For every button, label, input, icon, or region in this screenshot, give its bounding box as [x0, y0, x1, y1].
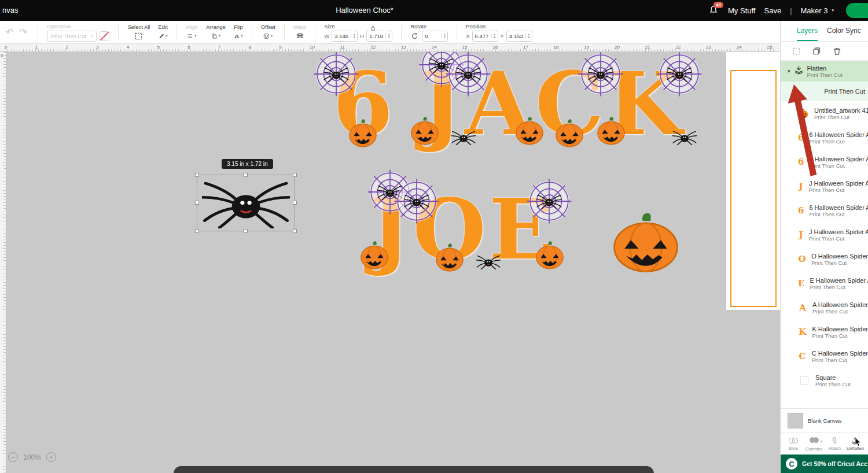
layer-row[interactable]: EE Halloween Spider APrint Then Cut [781, 271, 868, 295]
resize-handle[interactable] [293, 201, 297, 205]
web-decoration-icon [393, 178, 440, 224]
layer-row[interactable]: 66 Halloween Spider APrint Then Cut [781, 198, 868, 223]
x-position-input[interactable]: 6.477 [472, 31, 498, 42]
chevron-down-icon: ▾ [91, 34, 93, 38]
ruler-number: 25 [767, 45, 773, 50]
layer-row[interactable]: JJ Halloween Spider APrint Then Cut [781, 223, 868, 247]
layer-row[interactable]: SquarePrint Then Cut [781, 368, 868, 393]
canvas-menu-label[interactable]: nvas [2, 6, 18, 14]
save-link[interactable]: Save [764, 6, 781, 15]
layer-operation: Print Then Cut [812, 357, 868, 363]
size-label: Size [324, 23, 334, 29]
y-position-input[interactable]: 4.153 [506, 31, 532, 42]
art-word-2[interactable]: JOE [370, 190, 556, 269]
my-stuff-link[interactable]: My Stuff [728, 6, 755, 15]
selected-spider-artwork[interactable] [202, 179, 290, 228]
layer-row[interactable]: KK Halloween SpiderPrint Then Cut [781, 320, 868, 344]
notifications-button[interactable]: 46 [709, 5, 719, 16]
zoom-in-button[interactable]: + [46, 452, 56, 462]
layer-row[interactable]: 66 Halloween Spider APrint Then Cut [781, 125, 868, 150]
y-axis-label: Y [501, 33, 504, 39]
pumpkin-artwork[interactable] [606, 212, 685, 273]
canvas-color-swatch[interactable] [788, 413, 803, 428]
resize-handle[interactable] [244, 173, 248, 177]
warp-button[interactable] [295, 31, 304, 40]
select-layers-icon[interactable] [792, 47, 801, 56]
make-it-button[interactable] [846, 3, 868, 18]
align-button[interactable]: ▾ [187, 31, 196, 40]
flatten-child-row[interactable]: Print Then Cut [781, 82, 868, 101]
tab-color-sync[interactable]: Color Sync [827, 21, 861, 41]
offset-button[interactable]: ▾ [263, 31, 273, 40]
machine-selector[interactable]: Maker 3 ▾ [801, 6, 834, 15]
align-icon [187, 32, 193, 40]
layer-row[interactable]: Untitled_artwork 41Print Then Cut [781, 101, 868, 125]
operation-select[interactable]: Print Then Cut ▾ [47, 31, 97, 42]
layer-row[interactable]: AA Halloween SpiderPrint Then Cut [781, 295, 868, 320]
flatten-operation: Print Then Cut [807, 72, 843, 78]
stepper-down-icon[interactable] [442, 36, 447, 39]
layer-thumbnail: J [798, 181, 804, 191]
tab-layers[interactable]: Layers [797, 21, 818, 41]
rotate-icon[interactable] [410, 31, 420, 40]
ruler-number: 20 [615, 45, 620, 50]
layer-operation: Print Then Cut [809, 138, 868, 145]
resize-handle[interactable] [293, 173, 297, 177]
stepper-down-icon[interactable] [351, 36, 357, 39]
ruler-horizontal: 0123456789101112131415161718192021222324… [0, 44, 780, 52]
pumpkin-decoration-icon [433, 243, 466, 272]
resize-handle[interactable] [195, 229, 199, 233]
art-letter-O[interactable]: O [413, 190, 486, 269]
arrange-button[interactable]: ▾ [211, 31, 220, 40]
color-swatch[interactable] [100, 31, 109, 41]
layer-operation: Print Then Cut [811, 260, 868, 266]
zoom-out-button[interactable]: − [8, 452, 18, 462]
art-letter-E[interactable]: E [489, 190, 553, 269]
layer-operation: Print Then Cut [815, 381, 851, 387]
edit-button[interactable]: ▾ [159, 31, 168, 40]
width-input[interactable]: 3.146 [332, 31, 358, 42]
ruler-number: 22 [675, 45, 681, 50]
select-all-button[interactable] [134, 31, 144, 40]
stepper-down-icon[interactable] [526, 36, 532, 39]
undo-button[interactable]: ↶ [6, 27, 13, 38]
layer-name: O Halloween Spider [811, 253, 868, 260]
chevron-down-icon: ▾ [218, 34, 220, 38]
layer-operation: Print Then Cut [812, 308, 868, 315]
video-overlay-shape [174, 466, 654, 473]
combine-button[interactable]: Combine [804, 433, 825, 454]
ruler-number: 6 [187, 45, 190, 50]
ruler-number: 16 [492, 45, 498, 50]
art-letter-6[interactable]: 6 [333, 62, 393, 145]
delete-icon[interactable] [833, 47, 841, 56]
layer-row[interactable]: OO Halloween SpiderPrint Then Cut [781, 247, 868, 271]
project-title: Halloween Choc* [324, 6, 405, 14]
flip-button[interactable]: ▾ [234, 31, 243, 40]
art-word-1[interactable]: 6JACK [333, 62, 686, 145]
resize-handle[interactable] [244, 229, 248, 233]
selection-box[interactable]: 3.15 in x 1.72 in [197, 175, 295, 231]
layer-row[interactable]: CC Halloween SpiderPrint Then Cut [781, 344, 868, 368]
resize-handle[interactable] [195, 173, 199, 177]
rotate-input[interactable]: 0 [422, 31, 448, 42]
resize-handle[interactable] [293, 229, 297, 233]
attach-button[interactable]: Attach [825, 433, 845, 454]
layer-operation: Print Then Cut [809, 162, 868, 169]
layer-row[interactable]: 66 Halloween Spider APrint Then Cut [781, 150, 868, 174]
lock-icon[interactable] [370, 23, 376, 34]
stepper-down-icon[interactable] [492, 36, 498, 39]
slice-button[interactable]: Slice [783, 433, 804, 454]
chevron-down-icon[interactable]: ▾ [788, 68, 790, 74]
height-value: 1.718 [367, 33, 385, 39]
stepper-down-icon[interactable] [386, 36, 392, 39]
promo-banner[interactable]: C Get 50% off Cricut Acc [781, 454, 868, 473]
design-canvas[interactable]: 0 6JACK JOE 3.15 in x 1.72 in − 100% + [0, 52, 780, 473]
resize-handle[interactable] [195, 201, 199, 205]
layer-row[interactable]: JJ Halloween Spider APrint Then Cut [781, 174, 868, 198]
redo-button[interactable]: ↷ [19, 27, 27, 38]
layer-name: Untitled_artwork 41 [814, 107, 868, 114]
chevron-down-icon: ▾ [271, 34, 273, 38]
layer-group-flatten[interactable]: ▾ Flatten Print Then Cut [781, 61, 868, 82]
blank-canvas-row[interactable]: Blank Canvas [781, 408, 868, 433]
duplicate-icon[interactable] [812, 47, 821, 56]
